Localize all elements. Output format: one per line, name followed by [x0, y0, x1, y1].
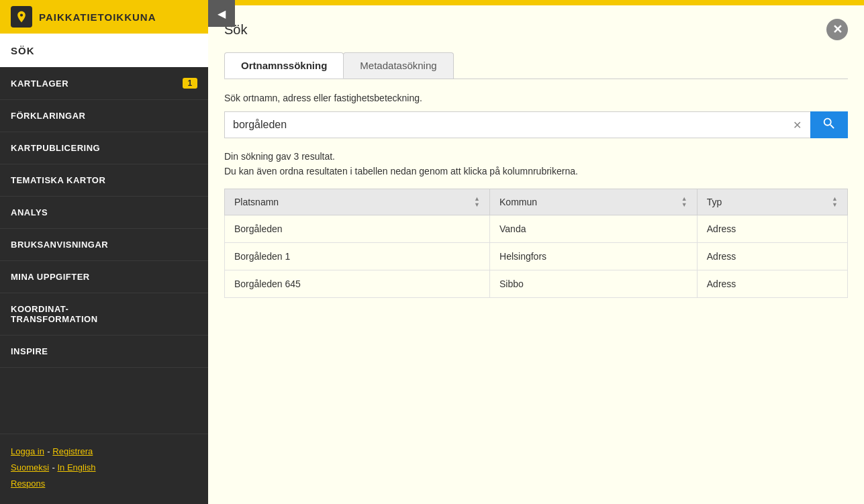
tab-ortnamnssökning[interactable]: Ortnamnssökning	[224, 52, 344, 79]
sidebar-header: PAIKKATIETOIKKUNA	[0, 0, 208, 34]
sidebar-item-bruksanvisningar-label: BRUKSANVISNINGAR	[11, 240, 108, 250]
english-link[interactable]: In English	[57, 462, 95, 472]
sidebar-item-kartpublicering[interactable]: KARTPUBLICERING	[0, 132, 208, 164]
table-row[interactable]: BorgåledenVandaAdress	[225, 215, 848, 242]
results-line2: Du kan även ordna resultaten i tabellen …	[224, 164, 848, 179]
main-area: ◀ Sök ✕ Ortnamnssökning Metadatasökning …	[208, 0, 864, 504]
search-submit-button[interactable]	[810, 111, 848, 138]
results-info: Din sökning gav 3 resultat. Du kan även …	[224, 149, 848, 179]
search-input-row: ✕	[224, 111, 848, 138]
cell-kommun: Sibbo	[490, 270, 698, 297]
search-input[interactable]	[225, 112, 810, 138]
cell-platsnamn: Borgåleden 1	[225, 242, 490, 270]
tab-metadatasökning[interactable]: Metadatasökning	[343, 52, 453, 79]
cell-platsnamn: Borgåleden	[225, 215, 490, 242]
sidebar-item-analys-label: ANALYS	[11, 207, 48, 217]
login-link[interactable]: Logga in	[11, 446, 44, 456]
sidebar-item-forklaringar[interactable]: FÖRKLARINGAR	[0, 100, 208, 132]
search-bar-nav[interactable]: SÖK	[0, 34, 208, 67]
sidebar-item-bruksanvisningar[interactable]: BRUKSANVISNINGAR	[0, 229, 208, 261]
col-header-platsnamn[interactable]: Platsnamn	[225, 189, 490, 215]
sidebar-item-analys[interactable]: ANALYS	[0, 197, 208, 229]
cell-kommun: Vanda	[490, 215, 698, 242]
map-toggle-arrow[interactable]: ◀	[208, 0, 235, 27]
sidebar-item-kartlager[interactable]: KARTLAGER 1	[0, 67, 208, 100]
clear-search-button[interactable]: ✕	[789, 117, 805, 133]
col-header-kommun[interactable]: Kommun	[490, 189, 698, 215]
sidebar-item-koordinat-label: KOORDINAT- TRANSFORMATION	[11, 304, 98, 324]
sidebar-nav: KARTLAGER 1 FÖRKLARINGAR KARTPUBLICERING…	[0, 67, 208, 368]
sidebar-item-tematiska[interactable]: TEMATISKA KARTOR	[0, 164, 208, 197]
sidebar-logo	[11, 6, 32, 28]
sidebar-item-kartlager-label: KARTLAGER	[11, 79, 68, 89]
cell-typ: Adress	[697, 215, 847, 242]
sidebar-item-inspire[interactable]: INSPIRE	[0, 336, 208, 368]
clear-icon: ✕	[793, 119, 802, 132]
dialog-header: Sök ✕	[224, 19, 848, 40]
cell-kommun: Helsingfors	[490, 242, 698, 270]
footer-auth-row: Logga in - Registrera	[11, 445, 197, 457]
table-header-row: Platsnamn Kommun Typ	[225, 189, 848, 215]
sidebar-item-koordinat[interactable]: KOORDINAT- TRANSFORMATION	[0, 293, 208, 336]
register-link[interactable]: Registrera	[52, 446, 93, 456]
sidebar-title: PAIKKATIETOIKKUNA	[39, 11, 156, 23]
col-header-typ[interactable]: Typ	[697, 189, 847, 215]
cell-platsnamn: Borgåleden 645	[225, 270, 490, 297]
kartlager-badge: 1	[183, 78, 197, 89]
results-table-body: BorgåledenVandaAdressBorgåleden 1Helsing…	[225, 215, 848, 297]
sidebar-item-mina-label: MINA UPPGIFTER	[11, 272, 90, 282]
search-dialog: Sök ✕ Ortnamnssökning Metadatasökning Sö…	[208, 5, 864, 504]
footer-respons-row: Respons	[11, 477, 197, 489]
cell-typ: Adress	[697, 242, 847, 270]
sort-icon-typ	[832, 196, 838, 208]
cell-typ: Adress	[697, 270, 847, 297]
respons-link[interactable]: Respons	[11, 478, 45, 489]
dialog-tabs: Ortnamnssökning Metadatasökning	[224, 52, 848, 79]
sidebar: PAIKKATIETOIKKUNA SÖK KARTLAGER 1 FÖRKLA…	[0, 0, 208, 504]
table-row[interactable]: Borgåleden 1HelsingforsAdress	[225, 242, 848, 270]
suomeksi-link[interactable]: Suomeksi	[11, 462, 49, 472]
sidebar-item-mina[interactable]: MINA UPPGIFTER	[0, 261, 208, 293]
sidebar-item-kartpublicering-label: KARTPUBLICERING	[11, 143, 100, 153]
sort-icon-kommun	[681, 196, 687, 208]
sidebar-item-inspire-label: INSPIRE	[11, 346, 48, 356]
results-table: Platsnamn Kommun Typ	[224, 189, 848, 298]
close-button[interactable]: ✕	[826, 19, 848, 40]
search-icon	[822, 116, 836, 134]
arrow-icon: ◀	[218, 7, 226, 20]
sidebar-footer: Logga in - Registrera Suomeksi - In Engl…	[0, 434, 208, 504]
footer-lang-row: Suomeksi - In English	[11, 461, 197, 473]
sidebar-item-tematiska-label: TEMATISKA KARTOR	[11, 175, 105, 185]
table-row[interactable]: Borgåleden 645SibboAdress	[225, 270, 848, 297]
search-description: Sök ortnamn, adress eller fastighetsbete…	[224, 93, 848, 103]
sidebar-item-forklaringar-label: FÖRKLARINGAR	[11, 111, 85, 121]
search-bar-label: SÖK	[11, 45, 35, 56]
search-field-wrapper: ✕	[224, 111, 810, 138]
sort-icon-platsnamn	[474, 196, 480, 208]
results-line1: Din sökning gav 3 resultat.	[224, 149, 848, 164]
